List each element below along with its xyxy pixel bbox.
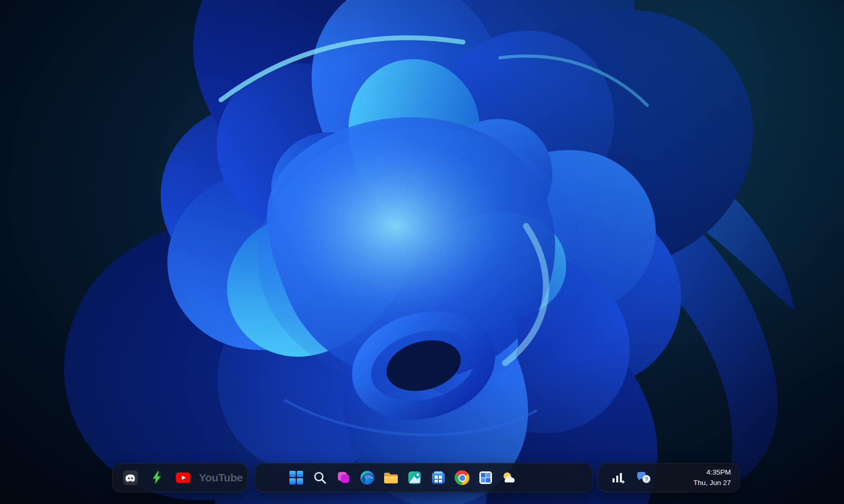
taskbar-center-dock[interactable] [255,463,592,492]
edge-icon [359,470,375,486]
edge-browser-button[interactable] [357,466,378,490]
youtube-icon [175,471,191,484]
start-icon [289,470,304,485]
desktop-surface[interactable] [0,0,844,504]
lightning-bolt-app-button[interactable] [146,466,167,490]
volume-mixer-button[interactable] [608,466,629,490]
weather-icon [501,471,517,485]
taskbar-left-dock[interactable]: YouTube [112,463,248,492]
widgets-icon [478,470,493,485]
search-icon [313,470,327,485]
file-explorer-icon [383,471,399,485]
clock-time: 4:35PM [694,467,731,478]
youtube-app-button[interactable] [173,466,194,490]
photos-icon [407,470,422,485]
help-question-glyph: ? [645,476,648,482]
youtube-wordmark: YouTube [199,471,243,484]
bloom-wallpaper-image [0,0,844,504]
lightning-bolt-icon [149,470,164,485]
chrome-icon [455,470,469,485]
search-button[interactable] [309,466,330,490]
store-icon [431,470,446,485]
weather-app-button[interactable] [499,466,520,490]
task-view-icon [336,470,351,485]
photos-app-button[interactable] [404,466,425,490]
help-chat-button[interactable]: ? [633,466,654,490]
store-app-button[interactable] [428,466,449,490]
help-chat-icon: ? [636,471,651,485]
task-view-button[interactable] [333,466,354,490]
taskbar-clock[interactable]: 4:35PM Thu, Jun 27 [694,467,731,489]
start-button[interactable] [286,466,307,490]
taskbar-system-tray[interactable]: ? 4:35PM Thu, Jun 27 [598,463,740,492]
file-explorer-button[interactable] [380,466,401,490]
clock-date: Thu, Jun 27 [694,478,731,488]
discord-app-button[interactable] [120,466,141,490]
discord-icon [123,470,138,486]
volume-mixer-icon [611,471,625,485]
chrome-browser-button[interactable] [451,466,473,490]
widgets-app-button[interactable] [475,466,496,490]
